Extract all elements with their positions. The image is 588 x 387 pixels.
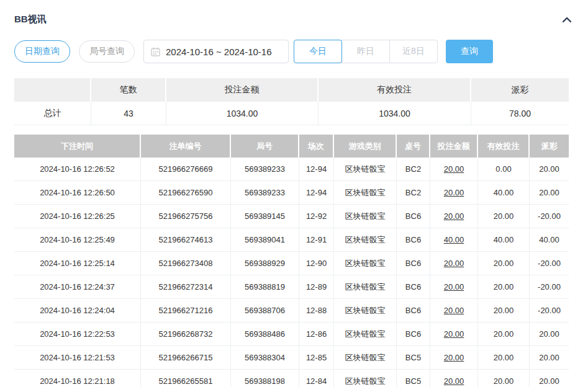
payout-cell: 20.00 bbox=[530, 158, 569, 181]
payout-cell: 20.00 bbox=[530, 346, 569, 370]
session-cell: 12-94 bbox=[299, 158, 334, 181]
bet-amount-link[interactable]: 20.00 bbox=[430, 158, 478, 181]
bet-time-cell: 2024-10-16 12:24:37 bbox=[14, 275, 141, 299]
round-id-cell: 569388304 bbox=[231, 346, 299, 370]
round-id-cell: 569388198 bbox=[231, 370, 299, 387]
bet-amount-link[interactable]: 20.00 bbox=[430, 205, 478, 228]
header-bet-amount: 投注金额 bbox=[430, 135, 478, 158]
calendar-icon bbox=[151, 47, 160, 56]
header-table-no: 桌号 bbox=[397, 135, 430, 158]
records-header-row: 下注时间 注单编号 局号 场次 游戏类别 桌号 投注金额 有效投注 派彩 bbox=[14, 135, 569, 158]
table-row: 2024-10-16 12:26:50 521966276590 5693892… bbox=[14, 181, 569, 205]
bet-amount-link[interactable]: 20.00 bbox=[430, 346, 478, 370]
chevron-up-icon bbox=[561, 16, 572, 25]
valid-bet-cell: 20.00 bbox=[478, 346, 530, 370]
table-row: 2024-10-16 12:25:14 521966273408 5693889… bbox=[14, 252, 569, 275]
round-query-tab[interactable]: 局号查询 bbox=[79, 40, 135, 63]
round-id-cell: 569388929 bbox=[231, 252, 299, 275]
session-cell: 12-84 bbox=[299, 370, 334, 387]
order-id-cell: 521966272314 bbox=[141, 275, 231, 299]
payout-cell: 20.00 bbox=[530, 181, 569, 205]
valid-bet-cell: 20.00 bbox=[478, 299, 530, 322]
bet-amount-link[interactable]: 20.00 bbox=[430, 275, 478, 299]
game-type-cell: 区块链骰宝 bbox=[334, 346, 397, 370]
session-cell: 12-86 bbox=[299, 322, 334, 346]
order-id-cell: 521966265581 bbox=[141, 370, 231, 387]
last8days-button[interactable]: 近8日 bbox=[389, 40, 438, 63]
table-no-cell: BC2 bbox=[397, 181, 430, 205]
valid-bet-cell: 40.00 bbox=[478, 181, 530, 205]
table-row: 2024-10-16 12:26:52 521966276669 5693892… bbox=[14, 158, 569, 181]
collapse-button[interactable] bbox=[560, 15, 574, 25]
table-no-cell: BC6 bbox=[397, 275, 430, 299]
records-body: 2024-10-16 12:26:52 521966276669 5693892… bbox=[14, 158, 569, 387]
table-row: 2024-10-16 12:21:18 521966265581 5693881… bbox=[14, 370, 569, 387]
header-valid-bet: 有效投注 bbox=[478, 135, 530, 158]
session-cell: 12-92 bbox=[299, 205, 334, 228]
table-no-cell: BC2 bbox=[397, 158, 430, 181]
date-range-input[interactable]: 2024-10-16 ~ 2024-10-16 bbox=[143, 40, 289, 63]
header-payout: 派彩 bbox=[530, 135, 569, 158]
payout-cell: 20.00 bbox=[530, 322, 569, 346]
table-no-cell: BC6 bbox=[397, 205, 430, 228]
valid-bet-cell: 20.00 bbox=[478, 322, 530, 346]
game-type-cell: 区块链骰宝 bbox=[334, 252, 397, 275]
table-row: 2024-10-16 12:26:25 521966275756 5693891… bbox=[14, 205, 569, 228]
valid-bet-cell: 20.00 bbox=[478, 205, 530, 228]
table-row: 2024-10-16 12:25:49 521966274613 5693890… bbox=[14, 228, 569, 252]
session-cell: 12-85 bbox=[299, 346, 334, 370]
bet-amount-link[interactable]: 20.00 bbox=[430, 252, 478, 275]
game-type-cell: 区块链骰宝 bbox=[334, 205, 397, 228]
records-table: 下注时间 注单编号 局号 场次 游戏类别 桌号 投注金额 有效投注 派彩 202… bbox=[14, 135, 569, 387]
valid-bet-cell: 0.00 bbox=[478, 158, 530, 181]
bet-amount-link[interactable]: 40.00 bbox=[430, 228, 478, 252]
header-bet-time: 下注时间 bbox=[14, 135, 141, 158]
session-cell: 12-89 bbox=[299, 275, 334, 299]
header-session: 场次 bbox=[299, 135, 334, 158]
valid-bet-cell: 20.00 bbox=[478, 370, 530, 387]
bet-time-cell: 2024-10-16 12:26:25 bbox=[14, 205, 141, 228]
summary-header-payout: 派彩 bbox=[471, 78, 569, 102]
order-id-cell: 521966266715 bbox=[141, 346, 231, 370]
bet-amount-link[interactable]: 20.00 bbox=[430, 322, 478, 346]
bet-time-cell: 2024-10-16 12:26:50 bbox=[14, 181, 141, 205]
bet-amount-link[interactable]: 20.00 bbox=[430, 299, 478, 322]
valid-bet-cell: 40.00 bbox=[478, 228, 530, 252]
session-cell: 12-90 bbox=[299, 252, 334, 275]
table-row: 2024-10-16 12:24:37 521966272314 5693888… bbox=[14, 275, 569, 299]
game-type-cell: 区块链骰宝 bbox=[334, 370, 397, 387]
date-query-tab[interactable]: 日期查询 bbox=[14, 40, 70, 63]
bb-video-panel: BB视讯 日期查询 局号查询 2024-10-16 ~ 2024-10-16 bbox=[0, 0, 588, 387]
game-type-cell: 区块链骰宝 bbox=[334, 181, 397, 205]
today-button[interactable]: 今日 bbox=[294, 40, 342, 63]
bet-time-cell: 2024-10-16 12:25:49 bbox=[14, 228, 141, 252]
round-id-cell: 569389041 bbox=[231, 228, 299, 252]
bet-amount-link[interactable]: 20.00 bbox=[430, 370, 478, 387]
yesterday-button[interactable]: 昨日 bbox=[341, 40, 390, 63]
bet-amount-link[interactable]: 20.00 bbox=[430, 181, 478, 205]
bet-time-cell: 2024-10-16 12:25:14 bbox=[14, 252, 141, 275]
bet-time-cell: 2024-10-16 12:22:53 bbox=[14, 322, 141, 346]
game-type-cell: 区块链骰宝 bbox=[334, 275, 397, 299]
game-type-cell: 区块链骰宝 bbox=[334, 228, 397, 252]
payout-cell: -20.00 bbox=[530, 299, 569, 322]
game-type-cell: 区块链骰宝 bbox=[334, 299, 397, 322]
game-type-cell: 区块链骰宝 bbox=[334, 322, 397, 346]
game-type-cell: 区块链骰宝 bbox=[334, 158, 397, 181]
payout-cell: -20.00 bbox=[530, 275, 569, 299]
valid-bet-cell: 20.00 bbox=[478, 275, 530, 299]
summary-header-row: 笔数 投注金额 有效投注 派彩 bbox=[14, 78, 569, 102]
date-range-value: 2024-10-16 ~ 2024-10-16 bbox=[166, 47, 272, 57]
table-no-cell: BC6 bbox=[397, 322, 430, 346]
table-no-cell: BC5 bbox=[397, 346, 430, 370]
table-row: 2024-10-16 12:22:53 521966268732 5693884… bbox=[14, 322, 569, 346]
search-button[interactable]: 查询 bbox=[446, 40, 493, 63]
summary-header-count: 笔数 bbox=[91, 78, 166, 102]
valid-bet-cell: 20.00 bbox=[478, 252, 530, 275]
order-id-cell: 521966271216 bbox=[141, 299, 231, 322]
payout-cell: 20.00 bbox=[530, 370, 569, 387]
table-no-cell: BC5 bbox=[397, 370, 430, 387]
summary-total-label: 总计 bbox=[14, 102, 91, 125]
summary-table: 笔数 投注金额 有效投注 派彩 总计 43 1034.00 1034.00 78… bbox=[14, 78, 569, 125]
summary-header-blank bbox=[14, 78, 91, 102]
